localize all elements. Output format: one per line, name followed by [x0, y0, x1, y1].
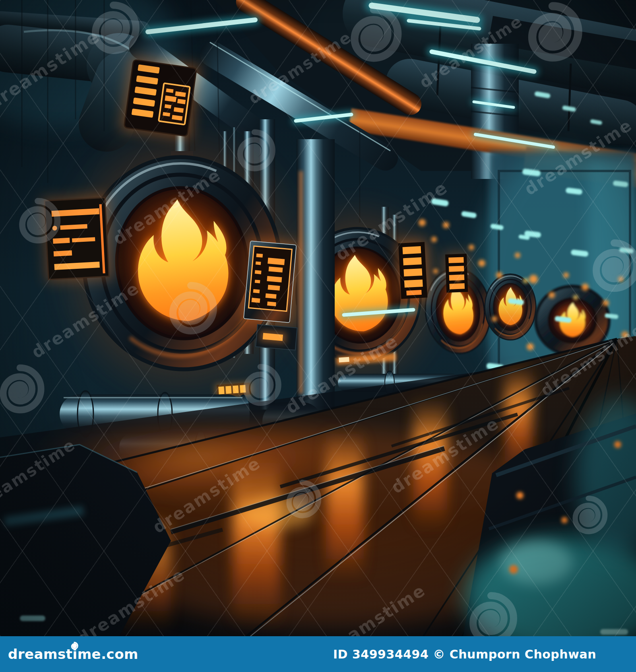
footer-bar: dreamstime.com ID 349934494 © Chumporn C… [0, 636, 636, 672]
vignette [0, 0, 636, 636]
scene-illustration [0, 0, 636, 636]
photo-industrial-boiler-room: dreamstimedreamstimedreamstimedreamstime… [0, 0, 636, 636]
image-credit: ID 349934494 © Chumporn Chophwan [333, 647, 596, 661]
stock-photo-page: dreamstimedreamstimedreamstimedreamstime… [0, 0, 636, 672]
dreamstime-logo: dreamstime.com [8, 646, 138, 662]
logo-spiral-icon [70, 641, 79, 650]
